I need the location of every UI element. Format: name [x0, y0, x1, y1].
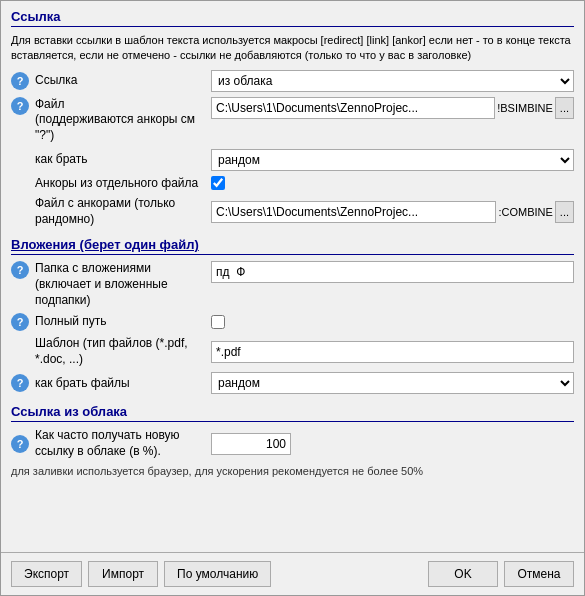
- anchor-file-input-row: :COMBINE ...: [211, 201, 574, 223]
- attachments-title-text: Вложения (берет один файл): [11, 237, 199, 252]
- footer-right-buttons: OK Отмена: [428, 561, 574, 587]
- link-control: из облака из файла вручную: [211, 70, 574, 92]
- anchors-label: Анкоры из отдельного файла: [35, 176, 205, 192]
- anchor-file-input[interactable]: [211, 201, 496, 223]
- export-button[interactable]: Экспорт: [11, 561, 82, 587]
- file-suffix: !BSIMBINE: [497, 102, 553, 114]
- link-row: ? Ссылка из облака из файла вручную: [11, 70, 574, 92]
- cloud-note: для заливки используется браузер, для ус…: [11, 465, 574, 477]
- link-help-icon[interactable]: ?: [11, 72, 29, 90]
- cloud-section-title: Ссылка из облака: [11, 404, 574, 422]
- folder-input[interactable]: [211, 261, 574, 283]
- fullpath-help-icon[interactable]: ?: [11, 313, 29, 331]
- howget-control: рандом по очереди: [211, 149, 574, 171]
- file-control: !BSIMBINE ...: [211, 97, 574, 119]
- link-section: Ссылка Для вставки ссылки в шаблон текст…: [11, 9, 574, 227]
- import-button[interactable]: Импорт: [88, 561, 158, 587]
- anchor-file-label: Файл с анкорами (только рандомно): [35, 196, 205, 227]
- folder-label: Папка с вложениями(включает и вложенныеп…: [35, 261, 205, 308]
- dialog-content: Ссылка Для вставки ссылки в шаблон текст…: [1, 1, 584, 552]
- template-label: Шаблон (тип файлов (*.pdf, *.doc, ...): [35, 336, 205, 367]
- howfiles-help-icon[interactable]: ?: [11, 374, 29, 392]
- freq-input[interactable]: [211, 433, 291, 455]
- folder-help-icon[interactable]: ?: [11, 261, 29, 279]
- fullpath-label: Полный путь: [35, 314, 205, 330]
- anchors-row: Анкоры из отдельного файла: [11, 176, 574, 192]
- ok-button[interactable]: OK: [428, 561, 498, 587]
- freq-label: Как часто получать новую ссылку в облаке…: [35, 428, 205, 459]
- fullpath-checkbox[interactable]: [211, 315, 225, 329]
- howfiles-label: как брать файлы: [35, 376, 205, 392]
- link-info-text: Для вставки ссылки в шаблон текста испол…: [11, 33, 574, 64]
- link-select[interactable]: из облака из файла вручную: [211, 70, 574, 92]
- anchor-file-browse-button[interactable]: ...: [555, 201, 574, 223]
- howfiles-select[interactable]: рандом по очереди: [211, 372, 574, 394]
- howfiles-row: ? как брать файлы рандом по очереди: [11, 372, 574, 394]
- anchors-checkbox[interactable]: [211, 176, 225, 190]
- freq-row: ? Как часто получать новую ссылку в обла…: [11, 428, 574, 459]
- link-label: Ссылка: [35, 73, 205, 89]
- cancel-button[interactable]: Отмена: [504, 561, 574, 587]
- howget-select[interactable]: рандом по очереди: [211, 149, 574, 171]
- fullpath-control: [211, 315, 574, 329]
- howfiles-control: рандом по очереди: [211, 372, 574, 394]
- freq-help-icon[interactable]: ?: [11, 435, 29, 453]
- anchor-file-row: Файл с анкорами (только рандомно) :COMBI…: [11, 196, 574, 227]
- file-row: ? Файл(поддерживаются анкоры см "?") !BS…: [11, 97, 574, 144]
- template-row: Шаблон (тип файлов (*.pdf, *.doc, ...): [11, 336, 574, 367]
- attachments-section-title: Вложения (берет один файл): [11, 237, 574, 255]
- fullpath-row: ? Полный путь: [11, 313, 574, 331]
- howget-row: как брать рандом по очереди: [11, 149, 574, 171]
- file-input-row: !BSIMBINE ...: [211, 97, 574, 119]
- file-input[interactable]: [211, 97, 495, 119]
- howget-label: как брать: [35, 152, 205, 168]
- default-button[interactable]: По умолчанию: [164, 561, 271, 587]
- main-dialog: Ссылка Для вставки ссылки в шаблон текст…: [0, 0, 585, 596]
- folder-control: [211, 261, 574, 283]
- file-browse-button[interactable]: ...: [555, 97, 574, 119]
- anchor-file-suffix: :COMBINE: [498, 206, 552, 218]
- attachments-section: Вложения (берет один файл) ? Папка с вло…: [11, 237, 574, 394]
- anchor-file-control: :COMBINE ...: [211, 201, 574, 223]
- dialog-footer: Экспорт Импорт По умолчанию OK Отмена: [1, 552, 584, 595]
- folder-row: ? Папка с вложениями(включает и вложенны…: [11, 261, 574, 308]
- cloud-section: Ссылка из облака ? Как часто получать но…: [11, 404, 574, 476]
- link-section-title: Ссылка: [11, 9, 574, 27]
- template-input[interactable]: [211, 341, 574, 363]
- file-label: Файл(поддерживаются анкоры см "?"): [35, 97, 205, 144]
- file-help-icon[interactable]: ?: [11, 97, 29, 115]
- template-control: [211, 341, 574, 363]
- freq-control: [211, 433, 574, 455]
- footer-left-buttons: Экспорт Импорт По умолчанию: [11, 561, 271, 587]
- anchors-control: [211, 176, 574, 190]
